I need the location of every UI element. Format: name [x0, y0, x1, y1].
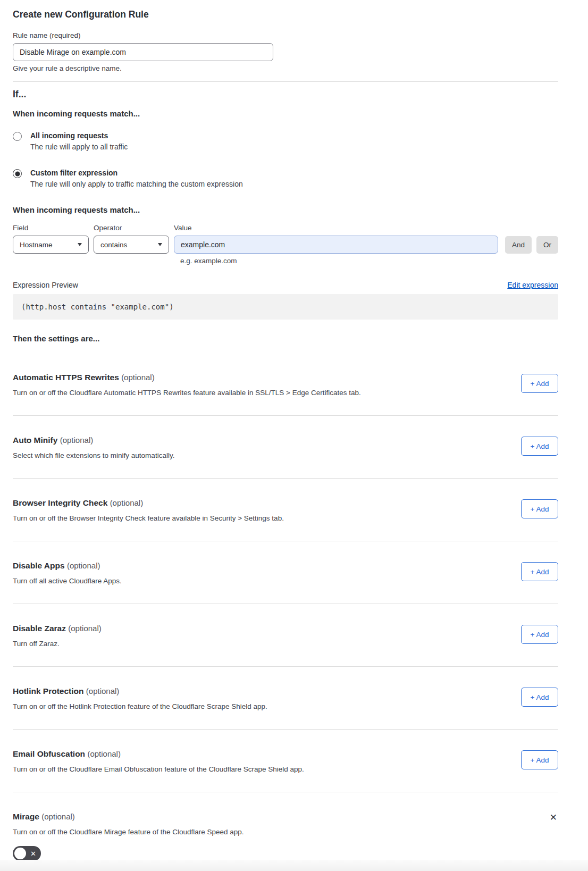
rule-name-label: Rule name (required) [13, 31, 558, 40]
expression-preview-code: (http.host contains "example.com") [13, 294, 558, 320]
setting-name: Automatic HTTPS Rewrites [13, 373, 119, 382]
page-title: Create new Configuration Rule [13, 9, 558, 20]
radio-button-unselected[interactable] [13, 132, 22, 141]
add-email-obfuscation-button[interactable]: + Add [521, 750, 558, 769]
chevron-down-icon [158, 243, 162, 246]
radio-option-description: The rule will apply to all traffic [30, 143, 128, 152]
or-button[interactable]: Or [536, 236, 558, 254]
setting-section-browser-integrity-check: Browser Integrity Check (optional) + Add… [13, 479, 558, 541]
setting-description: Turn on or off the Browser Integrity Che… [13, 514, 558, 523]
expression-preview-row: Expression Preview Edit expression [13, 280, 558, 290]
incoming-requests-match-heading: When incoming requests match... [13, 108, 558, 119]
setting-name-row: Disable Zaraz (optional) [13, 604, 558, 634]
add-automatic-https-rewrites-button[interactable]: + Add [521, 374, 558, 393]
add-hotlink-protection-button[interactable]: + Add [521, 688, 558, 707]
setting-name-row: Mirage (optional) [13, 792, 558, 822]
setting-description: Turn off all active Cloudflare Apps. [13, 576, 558, 585]
radio-option-custom-filter-expression[interactable]: Custom filter expression The rule will o… [13, 169, 558, 189]
setting-name: Disable Zaraz [13, 624, 66, 633]
setting-description: Turn on or off the Cloudflare Automatic … [13, 388, 558, 397]
and-button[interactable]: And [505, 236, 532, 254]
optional-label: (optional) [68, 624, 102, 633]
edit-expression-link[interactable]: Edit expression [507, 280, 558, 290]
setting-name: Mirage [13, 812, 39, 821]
setting-name-row: Hotlink Protection (optional) [13, 667, 558, 697]
optional-label: (optional) [67, 561, 100, 570]
optional-label: (optional) [86, 686, 120, 696]
add-disable-apps-button[interactable]: + Add [521, 562, 558, 581]
if-heading: If... [13, 88, 558, 100]
add-browser-integrity-check-button[interactable]: + Add [521, 499, 558, 518]
setting-name-row: Browser Integrity Check (optional) [13, 479, 558, 508]
setting-name: Auto Minify [13, 436, 57, 445]
field-label: Field [13, 223, 89, 232]
optional-label: (optional) [121, 373, 155, 382]
radio-option-description: The rule will only apply to traffic matc… [30, 180, 243, 189]
radio-button-selected[interactable] [13, 169, 22, 178]
optional-label: (optional) [110, 498, 144, 507]
setting-description: Turn on or off the Cloudflare Email Obfu… [13, 765, 558, 774]
expression-builder-heading: When incoming requests match... [13, 205, 558, 215]
radio-option-label: All incoming requests [30, 131, 128, 140]
operator-select[interactable]: contains [94, 236, 169, 254]
chevron-down-icon [78, 243, 82, 246]
setting-section-disable-zaraz: Disable Zaraz (optional) + Add Turn off … [13, 604, 558, 667]
add-disable-zaraz-button[interactable]: + Add [521, 625, 558, 644]
setting-section-auto-minify: Auto Minify (optional) + Add Select whic… [13, 416, 558, 479]
value-helper: e.g. example.com [180, 256, 558, 265]
setting-description: Select which file extensions to minify a… [13, 451, 558, 460]
optional-label: (optional) [87, 749, 121, 758]
section-divider [13, 81, 558, 82]
setting-section-disable-apps: Disable Apps (optional) + Add Turn off a… [13, 541, 558, 604]
setting-name: Disable Apps [13, 561, 65, 570]
mirage-toggle[interactable]: ✕ [13, 846, 41, 861]
optional-label: (optional) [60, 436, 94, 445]
create-configuration-rule-page: Create new Configuration Rule Rule name … [0, 9, 588, 861]
setting-name-row: Disable Apps (optional) [13, 541, 558, 571]
then-settings-heading: Then the settings are... [13, 333, 558, 344]
setting-name-row: Email Obfuscation (optional) [13, 730, 558, 759]
setting-description: Turn off Zaraz. [13, 639, 558, 648]
radio-option-texts: All incoming requests The rule will appl… [30, 131, 128, 152]
value-label: Value [174, 223, 192, 232]
expression-builder-row: Hostname contains And Or [13, 236, 558, 254]
toggle-knob [14, 848, 26, 859]
setting-name-row: Automatic HTTPS Rewrites (optional) [13, 372, 558, 383]
rule-name-helper: Give your rule a descriptive name. [13, 64, 558, 73]
close-icon[interactable]: ✕ [549, 811, 558, 824]
setting-section-mirage: Mirage (optional) ✕ Turn on or off the C… [13, 792, 558, 861]
radio-option-texts: Custom filter expression The rule will o… [30, 169, 243, 189]
setting-section-hotlink-protection: Hotlink Protection (optional) + Add Turn… [13, 667, 558, 730]
setting-name: Browser Integrity Check [13, 498, 107, 507]
expression-builder-labels: Field Operator Value [13, 223, 558, 232]
field-select-value: Hostname [20, 241, 53, 249]
setting-description: Turn on or off the Hotlink Protection fe… [13, 702, 558, 711]
value-input[interactable] [174, 236, 498, 254]
expression-preview-label: Expression Preview [13, 280, 78, 290]
radio-option-label: Custom filter expression [30, 169, 243, 178]
setting-name-row: Auto Minify (optional) [13, 416, 558, 446]
setting-name: Hotlink Protection [13, 686, 83, 696]
page-bottom-edge [0, 860, 588, 871]
setting-section-email-obfuscation: Email Obfuscation (optional) + Add Turn … [13, 730, 558, 792]
operator-select-value: contains [100, 241, 127, 249]
operator-label: Operator [94, 223, 169, 232]
toggle-off-icon: ✕ [30, 850, 36, 857]
setting-name: Email Obfuscation [13, 749, 85, 758]
add-auto-minify-button[interactable]: + Add [521, 437, 558, 456]
radio-option-all-incoming-requests[interactable]: All incoming requests The rule will appl… [13, 131, 558, 152]
field-select[interactable]: Hostname [13, 236, 89, 254]
rule-name-input[interactable] [13, 43, 273, 61]
setting-description: Turn on or off the Cloudflare Mirage fea… [13, 827, 558, 836]
setting-section-automatic-https-rewrites: Automatic HTTPS Rewrites (optional) + Ad… [13, 372, 558, 416]
optional-label: (optional) [41, 812, 75, 821]
